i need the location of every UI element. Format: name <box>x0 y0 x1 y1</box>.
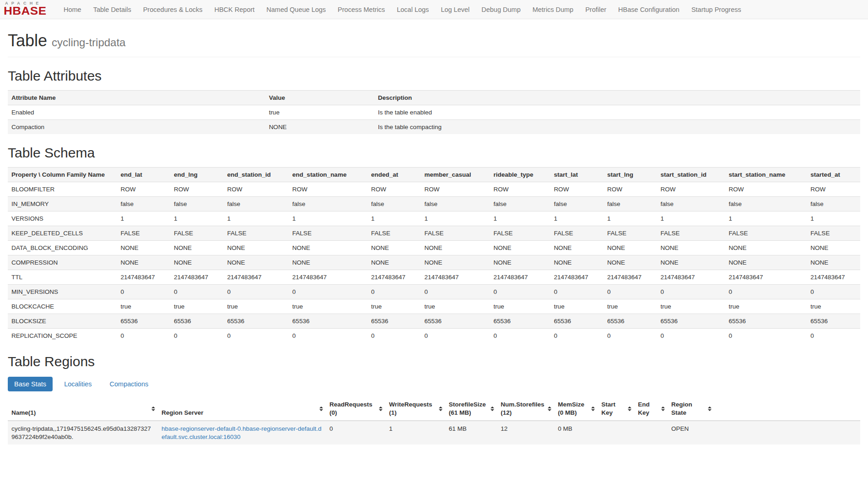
region-server-link[interactable]: hbase-regionserver-default-0.hbase-regio… <box>162 425 322 440</box>
nav-item-named-queue-logs[interactable]: Named Queue Logs <box>260 0 332 19</box>
sort-asc-arrow-icon <box>319 406 323 408</box>
schema-value-cell: NONE <box>490 255 550 270</box>
regions-column-header-name-1[interactable]: Name(1) <box>8 397 158 421</box>
schema-value-cell: 1 <box>725 211 807 226</box>
schema-value-cell: 0 <box>807 329 860 343</box>
tab-localities[interactable]: Localities <box>58 377 98 391</box>
schema-value-cell: false <box>604 197 657 211</box>
regions-column-header-num-storefiles-12[interactable]: Num.Storefiles (12) <box>497 397 554 421</box>
sort-icon[interactable] <box>491 406 494 411</box>
schema-value-cell: 2147483647 <box>421 270 490 285</box>
schema-value-cell: 1 <box>490 211 550 226</box>
nav-item-table-details[interactable]: Table Details <box>87 0 137 19</box>
regions-column-header-end-key[interactable]: End Key <box>634 397 668 421</box>
sort-icon[interactable] <box>439 406 442 411</box>
schema-value-cell: false <box>367 197 421 211</box>
nav-item-process-metrics[interactable]: Process Metrics <box>332 0 391 19</box>
schema-value-cell: NONE <box>490 241 550 255</box>
schema-value-cell: false <box>289 197 367 211</box>
schema-family-header: started_at <box>807 168 860 182</box>
regions-column-label: ReadRequests (0) <box>329 401 372 416</box>
schema-family-header: end_station_name <box>289 168 367 182</box>
sort-icon[interactable] <box>548 406 551 411</box>
regions-column-header-region-state[interactable]: Region State <box>668 397 714 421</box>
region-row-spacer <box>714 421 860 444</box>
sort-icon[interactable] <box>379 406 383 411</box>
write-requests-cell: 1 <box>385 421 445 444</box>
schema-value-cell: FALSE <box>725 226 807 241</box>
sort-icon[interactable] <box>628 406 631 411</box>
schema-value-cell: NONE <box>807 255 860 270</box>
nav-item-log-level[interactable]: Log Level <box>435 0 475 19</box>
schema-value-cell: 2147483647 <box>224 270 289 285</box>
schema-value-cell: 0 <box>604 329 657 343</box>
schema-value-cell: 0 <box>421 285 490 299</box>
sort-desc-arrow-icon <box>661 409 665 411</box>
nav-item-debug-dump[interactable]: Debug Dump <box>475 0 526 19</box>
schema-value-cell: true <box>657 299 725 314</box>
schema-value-cell: 1 <box>289 211 367 226</box>
nav-item-profiler[interactable]: Profiler <box>579 0 612 19</box>
regions-column-header-storefilesize-61-mb[interactable]: StorefileSize (61 MB) <box>445 397 497 421</box>
schema-value-cell: 65536 <box>170 314 224 329</box>
hbase-logo[interactable]: APACHE HBASE <box>4 1 58 17</box>
schema-value-cell: NONE <box>367 241 421 255</box>
schema-value-cell: NONE <box>550 241 604 255</box>
sort-desc-arrow-icon <box>491 409 494 411</box>
schema-row: KEEP_DELETED_CELLSFALSEFALSEFALSEFALSEFA… <box>8 226 860 241</box>
schema-value-cell: 0 <box>490 329 550 343</box>
tab-base-stats[interactable]: Base Stats <box>8 377 53 391</box>
regions-column-header-readrequests-0[interactable]: ReadRequests (0) <box>326 397 385 421</box>
sort-icon[interactable] <box>151 406 155 411</box>
sort-asc-arrow-icon <box>439 406 442 408</box>
schema-value-cell: 1 <box>657 211 725 226</box>
schema-value-cell: 65536 <box>224 314 289 329</box>
nav-item-hbase-configuration[interactable]: HBase Configuration <box>612 0 685 19</box>
sort-icon[interactable] <box>591 406 595 411</box>
schema-value-cell: ROW <box>604 182 657 197</box>
schema-value-cell: 65536 <box>604 314 657 329</box>
schema-value-cell: true <box>490 299 550 314</box>
schema-value-cell: 65536 <box>807 314 860 329</box>
schema-value-cell: 65536 <box>289 314 367 329</box>
nav-item-home[interactable]: Home <box>58 0 87 19</box>
schema-value-cell: false <box>170 197 224 211</box>
schema-property-cell: BLOCKSIZE <box>8 314 117 329</box>
schema-value-cell: 0 <box>550 329 604 343</box>
attribute-row: CompactionNONEIs the table compacting <box>8 120 860 135</box>
nav-item-metrics-dump[interactable]: Metrics Dump <box>527 0 579 19</box>
nav-item-hbck-report[interactable]: HBCK Report <box>208 0 260 19</box>
schema-value-cell: 65536 <box>490 314 550 329</box>
sort-icon[interactable] <box>319 406 323 411</box>
sort-icon[interactable] <box>708 406 712 411</box>
sort-asc-arrow-icon <box>151 406 155 408</box>
schema-row: COMPRESSIONNONENONENONENONENONENONENONEN… <box>8 255 860 270</box>
nav-item-startup-progress[interactable]: Startup Progress <box>685 0 747 19</box>
schema-row: REPLICATION_SCOPE000000000000 <box>8 329 860 343</box>
storefile-size-cell: 61 MB <box>445 421 497 444</box>
attribute-description-cell: Is the table compacting <box>374 120 860 135</box>
regions-column-header-start-key[interactable]: Start Key <box>598 397 634 421</box>
regions-column-header-memsize-0-mb[interactable]: MemSize (0 MB) <box>554 397 598 421</box>
schema-value-cell: 2147483647 <box>604 270 657 285</box>
schema-value-cell: 2147483647 <box>725 270 807 285</box>
schema-value-cell: 0 <box>367 285 421 299</box>
navbar: APACHE HBASE HomeTable DetailsProcedures… <box>0 0 868 19</box>
schema-row: BLOOMFILTERROWROWROWROWROWROWROWROWROWRO… <box>8 182 860 197</box>
schema-value-cell: 1 <box>807 211 860 226</box>
regions-column-label: Region Server <box>162 409 204 416</box>
sort-asc-arrow-icon <box>548 406 551 408</box>
sort-icon[interactable] <box>661 406 665 411</box>
schema-value-cell: false <box>807 197 860 211</box>
tab-compactions[interactable]: Compactions <box>103 377 155 391</box>
nav-item-local-logs[interactable]: Local Logs <box>391 0 435 19</box>
regions-column-header-region-server[interactable]: Region Server <box>158 397 326 421</box>
regions-column-header-writerequests-1[interactable]: WriteRequests (1) <box>385 397 445 421</box>
schema-value-cell: 0 <box>550 285 604 299</box>
regions-column-label: Name(1) <box>11 409 36 416</box>
nav-item-procedures-locks[interactable]: Procedures & Locks <box>137 0 209 19</box>
schema-value-cell: 65536 <box>725 314 807 329</box>
schema-value-cell: NONE <box>117 255 170 270</box>
schema-property-cell: DATA_BLOCK_ENCODING <box>8 241 117 255</box>
schema-value-cell: false <box>224 197 289 211</box>
